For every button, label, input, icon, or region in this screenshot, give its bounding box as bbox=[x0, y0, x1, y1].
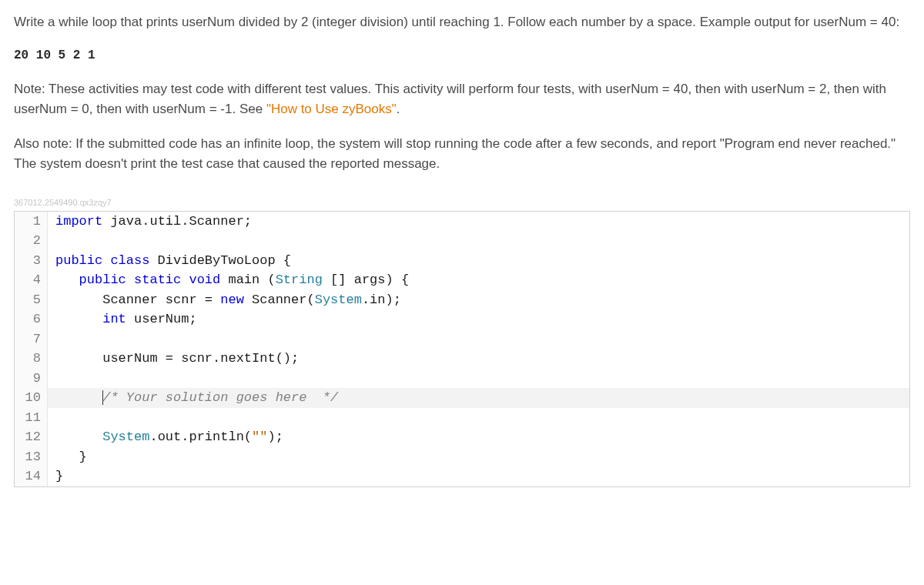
zybooks-link[interactable]: "How to Use zyBooks" bbox=[266, 102, 397, 116]
line-number: 3 bbox=[15, 251, 48, 271]
code-row[interactable]: 5 Scanner scnr = new Scanner(System.in); bbox=[15, 290, 909, 310]
code-row[interactable]: 2 bbox=[15, 231, 909, 251]
code-line[interactable]: public class DivideByTwoLoop { bbox=[48, 251, 909, 271]
line-number: 11 bbox=[15, 408, 48, 428]
code-line[interactable]: import java.util.Scanner; bbox=[48, 212, 909, 232]
example-output: 20 10 5 2 1 bbox=[14, 46, 910, 65]
prompt-paragraph-3: Also note: If the submitted code has an … bbox=[14, 134, 910, 175]
line-number: 13 bbox=[15, 447, 48, 467]
problem-instructions: Write a while loop that prints userNum d… bbox=[14, 12, 910, 175]
code-editor[interactable]: 1import java.util.Scanner;2 3public clas… bbox=[14, 211, 910, 487]
code-line[interactable]: int userNum; bbox=[48, 309, 909, 329]
code-row[interactable]: 3public class DivideByTwoLoop { bbox=[15, 251, 909, 271]
code-row[interactable]: 7 bbox=[15, 329, 909, 349]
line-number: 4 bbox=[15, 270, 48, 290]
line-number: 7 bbox=[15, 329, 48, 349]
trace-id: 367012.2549490.qx3zqy7 bbox=[14, 196, 910, 209]
solution-placeholder-row[interactable]: 10 /* Your solution goes here */ bbox=[15, 388, 909, 408]
line-number: 5 bbox=[15, 290, 48, 310]
code-row[interactable]: 14} bbox=[15, 466, 909, 486]
code-row[interactable]: 6 int userNum; bbox=[15, 309, 909, 329]
code-line[interactable]: } bbox=[48, 466, 909, 486]
code-row[interactable]: 9 bbox=[15, 369, 909, 389]
code-row[interactable]: 4 public static void main (String [] arg… bbox=[15, 270, 909, 290]
line-number: 9 bbox=[15, 369, 48, 389]
code-row[interactable]: 1import java.util.Scanner; bbox=[15, 212, 909, 232]
line-number: 6 bbox=[15, 309, 48, 329]
code-line[interactable]: userNum = scnr.nextInt(); bbox=[48, 349, 909, 369]
code-line[interactable]: /* Your solution goes here */ bbox=[48, 388, 909, 408]
line-number: 8 bbox=[15, 349, 48, 369]
code-line[interactable] bbox=[48, 369, 909, 389]
line-number: 12 bbox=[15, 427, 48, 447]
line-number: 10 bbox=[15, 388, 48, 408]
code-line[interactable]: System.out.println(""); bbox=[48, 427, 909, 447]
code-row[interactable]: 11 bbox=[15, 408, 909, 428]
code-line[interactable]: } bbox=[48, 447, 909, 467]
code-line[interactable] bbox=[48, 231, 909, 251]
code-row[interactable]: 12 System.out.println(""); bbox=[15, 427, 909, 447]
code-line[interactable]: Scanner scnr = new Scanner(System.in); bbox=[48, 290, 909, 310]
line-number: 2 bbox=[15, 231, 48, 251]
code-line[interactable] bbox=[48, 329, 909, 349]
code-row[interactable]: 8 userNum = scnr.nextInt(); bbox=[15, 349, 909, 369]
code-row[interactable]: 13 } bbox=[15, 447, 909, 467]
line-number: 14 bbox=[15, 466, 48, 486]
line-number: 1 bbox=[15, 212, 48, 232]
code-line[interactable] bbox=[48, 408, 909, 428]
prompt-paragraph-2: Note: These activities may test code wit… bbox=[14, 79, 910, 120]
prompt-paragraph-1: Write a while loop that prints userNum d… bbox=[14, 12, 910, 32]
code-line[interactable]: public static void main (String [] args)… bbox=[48, 270, 909, 290]
